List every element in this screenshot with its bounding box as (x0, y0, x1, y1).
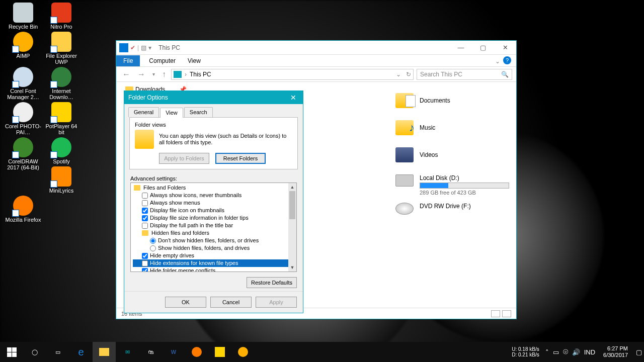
tree-scrollbar[interactable]: ▲ ▼ (288, 183, 296, 272)
desktop-icons: Recycle Bin Nitro Pro AIMP File Explorer… (4, 3, 85, 225)
search-input[interactable]: Search This PC 🔍 (417, 69, 512, 80)
dvd-icon (395, 203, 414, 215)
maximize-button[interactable]: ▢ (472, 41, 494, 55)
opt-always-show-menus[interactable]: Always show menus (133, 199, 288, 207)
taskbar-search-icon[interactable]: ◯ (23, 342, 46, 362)
drive-label: Local Disk (D:) (420, 174, 509, 182)
music-icon (395, 120, 414, 135)
tab-view[interactable]: View (160, 108, 183, 118)
taskbar-clock[interactable]: 6:27 PM 6/30/2017 (599, 345, 632, 358)
advanced-settings-tree[interactable]: Files and Folders Always show icons, nev… (130, 183, 297, 272)
drive-free-text: 289 GB free of 423 GB (420, 190, 509, 196)
opt-hide-extensions[interactable]: Hide extensions for known file types (133, 259, 288, 267)
advanced-settings-label: Advanced settings: (130, 175, 297, 182)
action-center-icon[interactable]: ▢ (636, 348, 642, 356)
tray-volume-icon[interactable]: 🔊 (572, 348, 580, 356)
nav-back-icon[interactable]: ← (120, 70, 132, 79)
ribbon-tab-file[interactable]: File (116, 55, 140, 66)
folder-videos[interactable]: Videos (395, 147, 509, 162)
taskbar-word-icon[interactable]: W (162, 342, 185, 362)
desktop-icon-spotify[interactable]: Spotify (43, 137, 79, 164)
taskbar-aimp-icon[interactable] (231, 342, 255, 362)
dvd-label: DVD RW Drive (F:) (420, 203, 471, 210)
minimize-button[interactable]: — (450, 41, 472, 55)
opt-show-hidden[interactable]: Show hidden files, folders, and drives (133, 244, 288, 252)
qat-check-icon[interactable]: ✔ (130, 44, 135, 51)
close-button[interactable]: ✕ (494, 41, 516, 55)
scroll-down-icon[interactable]: ▼ (288, 263, 296, 272)
desktop-icon-recycle-bin[interactable]: Recycle Bin (5, 3, 41, 30)
taskbar-firefox-icon[interactable] (185, 342, 208, 362)
taskbar-edge-icon[interactable]: e (69, 342, 93, 362)
ribbon-tab-computer[interactable]: Computer (149, 57, 176, 64)
qat-separator: | (137, 44, 139, 51)
explorer-app-icon[interactable] (119, 43, 128, 52)
help-icon[interactable]: ? (503, 56, 511, 64)
view-tiles-icon[interactable] (502, 310, 511, 317)
drive-dvd-f[interactable]: DVD RW Drive (F:) (395, 203, 509, 215)
folder-documents[interactable]: Documents (395, 93, 509, 108)
cancel-button[interactable]: Cancel (210, 297, 252, 308)
taskbar[interactable]: ◯ ▭ e ✉ 🛍 W U: 0.18 kB/s D: 0.21 kB/s ˄ … (0, 342, 644, 362)
desktop-icon-corel-photo-paint[interactable]: Corel PHOTO-PAI… (5, 102, 41, 135)
desktop-icon-nitro-pro[interactable]: Nitro Pro (43, 3, 79, 30)
documents-icon (395, 93, 414, 108)
task-view-icon[interactable]: ▭ (46, 342, 69, 362)
nav-up-icon[interactable]: ↑ (160, 70, 168, 79)
tray-battery-icon[interactable]: ▭ (553, 348, 559, 356)
nav-dropdown-icon[interactable]: ▾ (150, 71, 157, 77)
nav-forward-icon[interactable]: → (135, 70, 147, 79)
pc-icon (174, 71, 182, 78)
opt-full-path-title[interactable]: Display the full path in the title bar (133, 222, 288, 229)
system-tray[interactable]: U: 0.18 kB/s D: 0.21 kB/s ˄ ▭ ⦾ 🔊 IND 6:… (510, 345, 644, 358)
opt-file-size-tips[interactable]: Display file size information in folder … (133, 214, 288, 222)
folder-views-text: You can apply this view (such as Details… (159, 133, 292, 146)
tray-language[interactable]: IND (584, 348, 595, 356)
explorer-ribbon: File Computer View ⌄ ? (116, 55, 516, 67)
ok-button[interactable]: OK (165, 297, 206, 308)
tab-general[interactable]: General (128, 107, 159, 117)
qat-props-icon[interactable]: ▧ (141, 44, 146, 51)
ribbon-tab-view[interactable]: View (188, 57, 201, 64)
tray-wifi-icon[interactable]: ⦾ (563, 348, 568, 356)
folder-music[interactable]: Music (395, 120, 509, 135)
qat-dropdown-icon[interactable]: ▾ (148, 44, 151, 51)
dialog-titlebar[interactable]: Folder Options ✕ (124, 91, 303, 104)
scroll-thumb[interactable] (289, 191, 295, 219)
desktop-icon-potplayer[interactable]: PotPlayer 64 bit (43, 102, 79, 135)
restore-defaults-button[interactable]: Restore Defaults (247, 277, 297, 288)
desktop-icon-internet-download[interactable]: Internet Downlo… (43, 67, 79, 100)
dialog-tabs: General View Search (124, 104, 303, 117)
reset-folders-button[interactable]: Reset Folders (215, 153, 266, 164)
dialog-close-button[interactable]: ✕ (287, 94, 300, 102)
opt-hide-merge-conflicts[interactable]: Hide folder merge conflicts (133, 267, 288, 272)
desktop-icon-file-explorer-uwp[interactable]: File Explorer UWP (43, 32, 79, 65)
opt-file-icon-thumbnails[interactable]: Display file icon on thumbnails (133, 207, 288, 214)
opt-hide-empty-drives[interactable]: Hide empty drives (133, 252, 288, 259)
ribbon-collapse-icon[interactable]: ⌄ (495, 58, 500, 65)
taskbar-explorer-icon[interactable] (93, 342, 116, 362)
desktop-icon-aimp[interactable]: AIMP (5, 32, 41, 59)
taskbar-store-icon[interactable]: 🛍 (139, 342, 162, 362)
explorer-titlebar[interactable]: ✔ | ▧ ▾ This PC — ▢ ✕ (116, 41, 516, 55)
tab-search[interactable]: Search (184, 107, 213, 117)
desktop-icon-minilyrics[interactable]: MiniLyrics (43, 166, 79, 194)
start-button[interactable] (0, 342, 23, 362)
breadcrumb[interactable]: › This PC ⌄ ↻ (171, 69, 414, 80)
folder-icon (134, 185, 140, 191)
opt-always-show-icons[interactable]: Always show icons, never thumbnails (133, 192, 288, 199)
desktop-icon-corel-font-manager[interactable]: Corel Font Manager 2… (5, 67, 41, 100)
folder-options-dialog: Folder Options ✕ General View Search Fol… (124, 90, 303, 313)
view-details-icon[interactable] (491, 310, 500, 317)
tray-chevron-up-icon[interactable]: ˄ (545, 348, 549, 356)
folder-views-label: Folder views (135, 122, 292, 128)
videos-icon (395, 147, 414, 162)
desktop-icon-coreldraw[interactable]: CorelDRAW 2017 (64-Bit) (5, 137, 41, 170)
opt-dont-show-hidden[interactable]: Don't show hidden files, folders, or dri… (133, 237, 288, 244)
taskbar-mail-icon[interactable]: ✉ (116, 342, 139, 362)
drive-local-d[interactable]: Local Disk (D:) 289 GB free of 423 GB (395, 174, 509, 196)
network-monitor: U: 0.18 kB/s D: 0.21 kB/s (512, 346, 539, 357)
scroll-up-icon[interactable]: ▲ (288, 183, 296, 191)
taskbar-potplayer-icon[interactable] (208, 342, 231, 362)
desktop-icon-mozilla-firefox[interactable]: Mozilla Firefox (5, 196, 41, 223)
